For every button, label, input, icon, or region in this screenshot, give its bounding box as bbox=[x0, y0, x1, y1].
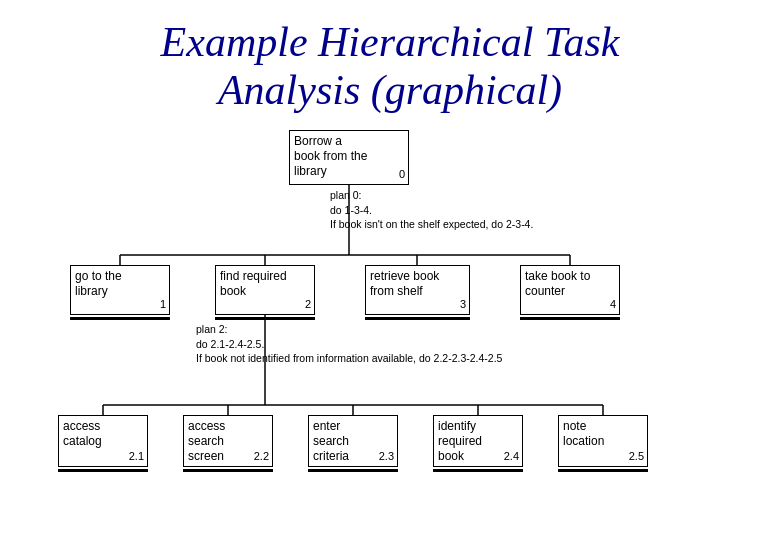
page-title: Example Hierarchical Task Analysis (grap… bbox=[0, 0, 780, 115]
underbar-4 bbox=[520, 317, 620, 320]
underbar-25 bbox=[558, 469, 648, 472]
task-take-book: take book tocounter 4 bbox=[520, 265, 620, 315]
underbar-1 bbox=[70, 317, 170, 320]
underbar-2 bbox=[215, 317, 315, 320]
plan2-text: plan 2: do 2.1-2.4-2.5. If book not iden… bbox=[196, 322, 502, 366]
task-note-location: notelocation 2.5 bbox=[558, 415, 648, 467]
underbar-21 bbox=[58, 469, 148, 472]
task-retrieve-book: retrieve bookfrom shelf 3 bbox=[365, 265, 470, 315]
underbar-24 bbox=[433, 469, 523, 472]
root-box: Borrow abook from thelibrary 0 bbox=[289, 130, 409, 185]
task-access-search: accesssearchscreen 2.2 bbox=[183, 415, 273, 467]
task-enter-criteria: entersearchcriteria 2.3 bbox=[308, 415, 398, 467]
underbar-23 bbox=[308, 469, 398, 472]
task-go-library: go to thelibrary 1 bbox=[70, 265, 170, 315]
task-identify-book: identifyrequiredbook 2.4 bbox=[433, 415, 523, 467]
plan0-text: plan 0: do 1-3-4. If book isn't on the s… bbox=[330, 188, 533, 232]
task-access-catalog: accesscatalog 2.1 bbox=[58, 415, 148, 467]
task-find-book: find requiredbook 2 bbox=[215, 265, 315, 315]
underbar-22 bbox=[183, 469, 273, 472]
underbar-3 bbox=[365, 317, 470, 320]
